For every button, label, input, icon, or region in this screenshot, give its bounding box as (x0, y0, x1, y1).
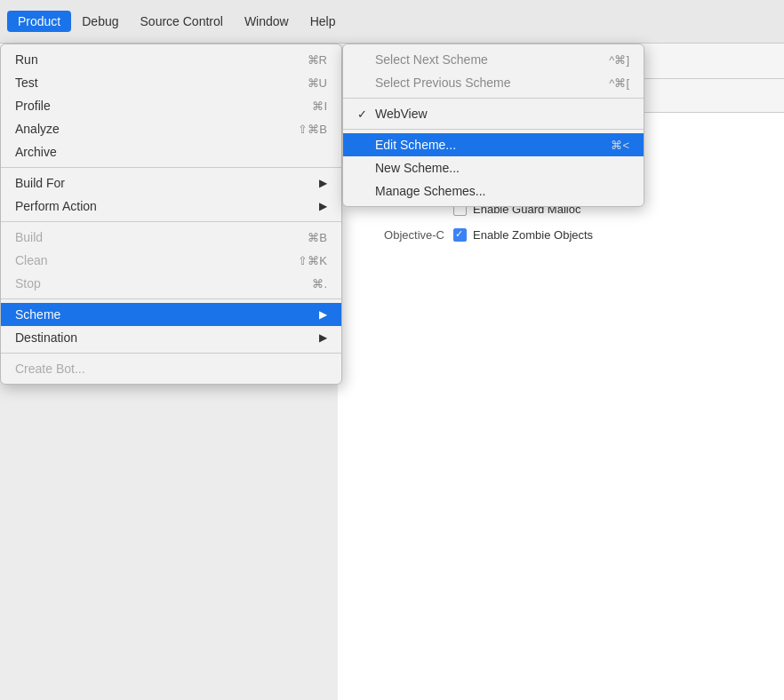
menu-item-test[interactable]: Test ⌘U (1, 71, 341, 94)
submenu-separator-1 (343, 98, 644, 99)
objective-c-label: Objective-C (364, 228, 444, 242)
menu-item-profile[interactable]: Profile ⌘I (1, 94, 341, 117)
menu-separator-3 (1, 298, 341, 299)
submenu-item-edit-scheme[interactable]: Edit Scheme... ⌘< (343, 133, 644, 156)
scheme-submenu: Select Next Scheme ^⌘] Select Previous S… (342, 44, 644, 207)
menu-item-perform-action[interactable]: Perform Action ▶ (1, 195, 341, 218)
menu-item-build-for[interactable]: Build For ▶ (1, 171, 341, 195)
menu-item-create-bot[interactable]: Create Bot... (1, 357, 341, 380)
menubar-item-debug[interactable]: Debug (71, 11, 129, 32)
menu-item-archive[interactable]: Archive (1, 140, 341, 163)
arrow-icon: ▶ (319, 200, 327, 212)
submenu-item-webview[interactable]: ✓ WebView (343, 102, 644, 125)
submenu-item-select-next-scheme[interactable]: Select Next Scheme ^⌘] (343, 48, 644, 71)
menu-item-stop[interactable]: Stop ⌘. (1, 272, 341, 295)
menu-item-destination[interactable]: Destination ▶ (1, 326, 341, 349)
product-menu: Run ⌘R Test ⌘U Profile ⌘I Analyze ⇧⌘B Ar… (0, 44, 342, 385)
menu-separator-4 (1, 353, 341, 354)
menu-item-build[interactable]: Build ⌘B (1, 226, 341, 249)
menubar-item-help[interactable]: Help (300, 11, 347, 32)
menu-item-clean[interactable]: Clean ⇧⌘K (1, 249, 341, 272)
enable-zombie-checkbox[interactable] (453, 228, 467, 242)
arrow-icon: ▶ (319, 308, 327, 321)
submenu-item-manage-schemes[interactable]: Manage Schemes... (343, 179, 644, 203)
menu-item-run[interactable]: Run ⌘R (1, 48, 341, 71)
submenu-separator-2 (343, 129, 644, 130)
menu-item-analyze[interactable]: Analyze ⇧⌘B (1, 117, 341, 140)
arrow-icon: ▶ (319, 177, 327, 189)
menubar-item-window[interactable]: Window (234, 11, 300, 32)
arrow-icon: ▶ (319, 331, 327, 344)
menu-separator-2 (1, 221, 341, 222)
submenu-item-new-scheme[interactable]: New Scheme... (343, 156, 644, 179)
menu-item-scheme[interactable]: Scheme ▶ (1, 303, 341, 326)
menubar: Product Debug Source Control Window Help (0, 0, 784, 44)
menubar-item-product[interactable]: Product (7, 11, 71, 32)
menubar-item-source-control[interactable]: Source Control (130, 11, 234, 32)
menu-separator-1 (1, 167, 341, 168)
submenu-item-select-previous-scheme[interactable]: Select Previous Scheme ^⌘[ (343, 71, 644, 94)
enable-zombie-label: Enable Zombie Objects (473, 228, 593, 242)
